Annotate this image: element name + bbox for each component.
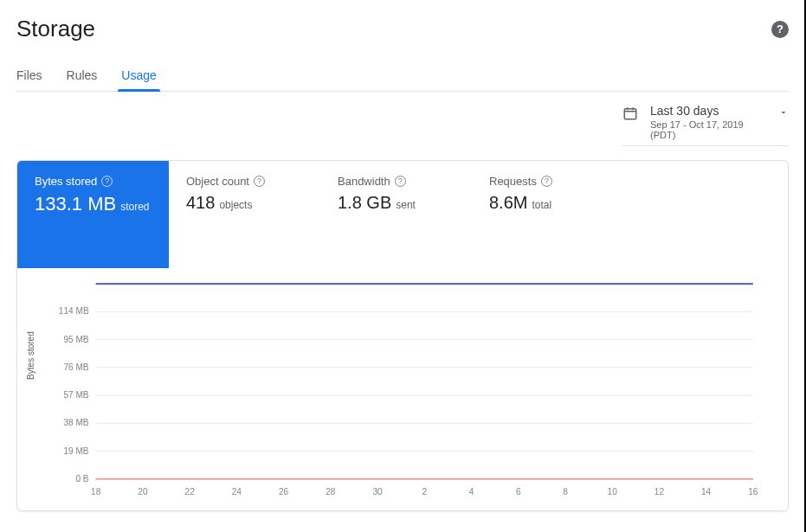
metric-suffix: sent <box>396 199 416 211</box>
svg-text:24: 24 <box>232 487 242 497</box>
metric-label: Object count <box>186 175 249 188</box>
metrics-row: Bytes stored ? 133.1 MB stored Object co… <box>17 161 788 268</box>
metric-value: 8.6M <box>489 193 527 213</box>
tab-rules[interactable]: Rules <box>67 61 98 91</box>
svg-text:57 MB: 57 MB <box>63 390 88 400</box>
metric-label: Bandwidth <box>338 175 390 188</box>
calendar-icon <box>622 106 638 125</box>
svg-text:30: 30 <box>372 487 383 497</box>
svg-text:14: 14 <box>701 487 712 497</box>
svg-text:4: 4 <box>469 487 474 497</box>
date-range-label: Last 30 days <box>650 104 766 118</box>
svg-text:2: 2 <box>422 487 427 497</box>
svg-text:38 MB: 38 MB <box>63 418 88 427</box>
svg-text:12: 12 <box>654 487 665 497</box>
metric-requests[interactable]: Requests ? 8.6M total <box>472 161 623 268</box>
metric-value: 133.1 MB <box>35 193 116 215</box>
chevron-down-icon <box>778 106 789 121</box>
tab-usage[interactable]: Usage <box>121 61 156 91</box>
svg-text:19 MB: 19 MB <box>63 446 88 456</box>
svg-rect-0 <box>624 109 636 119</box>
chart-ylabel: Bytes stored <box>26 331 35 380</box>
svg-text:10: 10 <box>608 487 618 497</box>
svg-text:8: 8 <box>563 487 568 497</box>
metric-suffix: objects <box>219 199 252 211</box>
usage-card: Bytes stored ? 133.1 MB stored Object co… <box>16 160 789 511</box>
chart-area: Bytes stored 0 B19 MB38 MB57 MB76 MB95 M… <box>17 268 788 510</box>
svg-text:6: 6 <box>516 487 521 497</box>
tabs: Files Rules Usage <box>16 61 789 92</box>
metric-suffix: total <box>532 199 551 211</box>
svg-text:22: 22 <box>185 487 196 497</box>
svg-text:76 MB: 76 MB <box>63 362 88 372</box>
svg-text:16: 16 <box>748 487 758 497</box>
metric-suffix: stored <box>120 201 149 213</box>
question-icon[interactable]: ? <box>395 176 406 187</box>
question-icon[interactable]: ? <box>101 176 113 187</box>
svg-text:95 MB: 95 MB <box>63 335 88 344</box>
bytes-stored-chart: 0 B19 MB38 MB57 MB76 MB95 MB114 MB182022… <box>33 273 767 500</box>
svg-text:0 B: 0 B <box>75 474 88 484</box>
tab-files[interactable]: Files <box>16 61 42 91</box>
svg-text:20: 20 <box>138 487 148 497</box>
question-icon[interactable]: ? <box>254 176 265 187</box>
svg-text:114 MB: 114 MB <box>59 306 89 316</box>
metric-bandwidth[interactable]: Bandwidth ? 1.8 GB sent <box>320 161 472 268</box>
metric-value: 1.8 GB <box>338 193 391 213</box>
svg-text:28: 28 <box>326 487 336 497</box>
help-icon[interactable]: ? <box>771 21 789 38</box>
date-range-picker[interactable]: Last 30 days Sep 17 - Oct 17, 2019 (PDT) <box>622 102 789 146</box>
metric-label: Bytes stored <box>35 175 97 188</box>
date-range-sub: Sep 17 - Oct 17, 2019 (PDT) <box>650 119 766 140</box>
svg-text:18: 18 <box>91 487 101 497</box>
svg-text:26: 26 <box>279 487 289 497</box>
metric-value: 418 <box>186 193 215 213</box>
metric-bytes-stored[interactable]: Bytes stored ? 133.1 MB stored <box>17 161 169 268</box>
question-icon[interactable]: ? <box>541 176 552 187</box>
metric-object-count[interactable]: Object count ? 418 objects <box>169 161 320 268</box>
page-title: Storage <box>16 16 95 42</box>
metric-label: Requests <box>489 175 537 188</box>
